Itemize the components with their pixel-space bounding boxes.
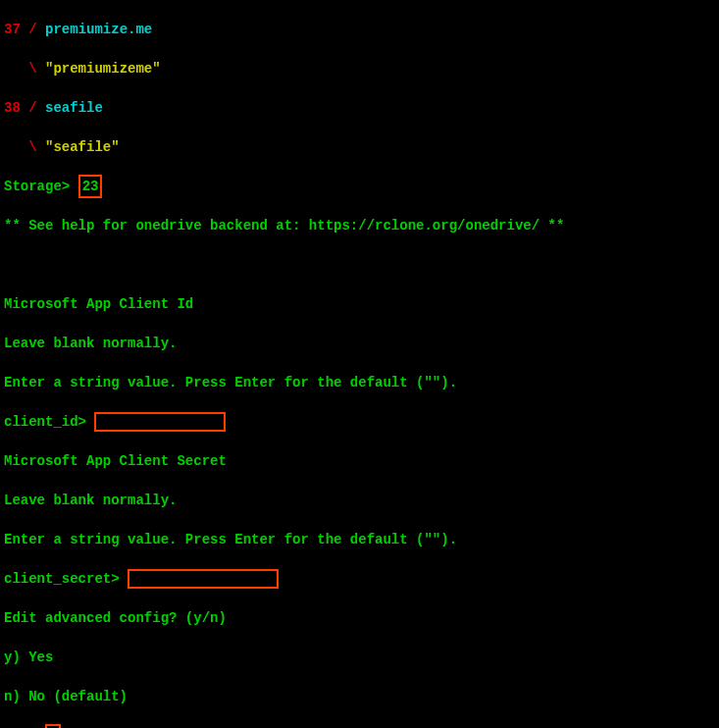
edit-advanced-prompt: Edit advanced config? (y/n) [4,608,715,628]
storage-prompt: Storage> [4,179,70,194]
scrollbar[interactable] [702,0,719,728]
enter-string-note: Enter a string value. Press Enter for th… [4,530,715,549]
option-line: 37 / premiumize.me [4,20,715,39]
storage-input-value[interactable]: 23 [82,179,99,194]
help-line: ** See help for onedrive backend at: htt… [4,216,715,235]
scrollbar-track[interactable] [702,0,719,728]
enter-string-note: Enter a string value. Press Enter for th… [4,373,715,392]
option-n-no-default: n) No (default) [4,687,715,706]
option-number: 38 [4,100,21,116]
client-id-prompt: client_id> [4,414,86,430]
option-y-yes: y) Yes [4,648,715,667]
option-number: 37 [4,22,21,37]
highlight-box[interactable] [128,569,279,589]
highlight-box: 23 [78,175,103,198]
client-secret-prompt: client_secret> [4,571,120,587]
option-code: "premiumizeme" [45,61,161,77]
option-code: "seafile" [45,139,120,155]
option-backslash: \ [4,139,45,155]
leave-blank-note: Leave blank normally. [4,334,715,353]
option-backslash: \ [4,61,45,77]
option-code-line: \ "seafile" [4,137,715,157]
client-id-prompt-line: client_id> [4,412,715,432]
client-secret-prompt-line: client_secret> [4,569,715,589]
option-code-line: \ "premiumizeme" [4,59,715,78]
client-id-title: Microsoft App Client Id [4,294,715,314]
storage-prompt-line: Storage> 23 [4,177,715,196]
leave-blank-note: Leave blank normally. [4,491,715,510]
terminal-output: 37 / premiumize.me \ "premiumizeme" 38 /… [0,0,719,728]
highlight-box[interactable] [94,412,226,432]
option-separator: / [21,22,45,37]
highlight-box: n [45,724,61,728]
option-line: 38 / seafile [4,98,715,118]
option-description: premiumize.me [45,22,152,37]
option-separator: / [21,100,45,116]
client-secret-title: Microsoft App Client Secret [4,451,715,471]
option-description: seafile [45,100,103,116]
